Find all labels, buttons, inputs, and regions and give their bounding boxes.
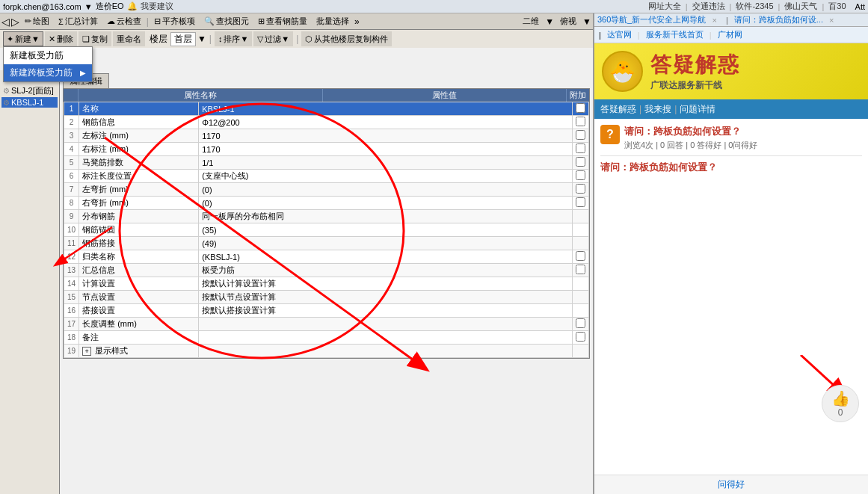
forward-btn[interactable]: ▷ [11,16,19,28]
table-row[interactable]: 16搭接设置按默认搭接设置计算 [64,304,589,318]
property-checkbox[interactable] [573,183,589,197]
batch-select-btn[interactable]: 批量选择 [313,14,353,29]
table-row[interactable]: 9分布钢筋同一板厚的分布筋相同 [64,210,589,223]
property-value[interactable]: (支座中心线) [199,170,573,183]
property-value[interactable] [199,318,573,331]
view-2d-btn[interactable]: 二维 [519,14,543,29]
checkbox-input[interactable] [576,103,585,113]
nav-link-software[interactable]: 软件-2345 [736,1,773,12]
tree-item-kbslj1[interactable]: ⚙ KBSLJ-1 [1,97,58,108]
property-checkbox[interactable] [573,223,589,237]
tree-item-slj2[interactable]: ⚙ SLJ-2[面筋] [1,84,58,97]
cloud-check-btn[interactable]: ☁ 云检查 [103,14,145,29]
brand-link-2[interactable]: 我来搜 [644,103,671,116]
property-checkbox[interactable] [573,345,589,358]
table-row[interactable]: 17长度调整 (mm) [64,318,589,331]
draw-btn[interactable]: ✏ 绘图 [21,14,53,29]
property-checkbox[interactable] [573,197,589,210]
property-checkbox[interactable] [573,156,589,170]
property-checkbox[interactable] [573,331,589,345]
checkbox-input[interactable] [576,197,585,207]
property-value[interactable] [199,345,573,358]
property-checkbox[interactable] [573,102,589,116]
more-tools-btn[interactable]: » [354,16,360,27]
checkbox-input[interactable] [576,318,585,328]
bottom-action-btn[interactable]: 问得好 [594,475,868,494]
property-value[interactable]: 按默认节点设置计算 [199,291,573,304]
table-row[interactable]: 11钢筋搭接(49) [64,237,589,250]
table-row[interactable]: 8右弯折 (mm)(0) [64,197,589,210]
property-checkbox[interactable] [573,264,589,277]
copy-from-floor-btn[interactable]: ⬡ 从其他楼层复制构件 [301,31,392,46]
property-checkbox[interactable] [573,318,589,331]
property-value[interactable]: (35) [199,223,573,237]
table-row[interactable]: 13汇总信息板受力筋 [64,264,589,277]
nav-link-wangzhi[interactable]: 网址大全 [648,1,681,12]
property-checkbox[interactable] [573,129,589,143]
table-row[interactable]: 1名称KBSLJ-1 [64,102,589,116]
nav-360[interactable]: 360导航_新一代安全上网导航 [597,14,706,25]
property-value[interactable]: Φ12@200 [199,116,573,129]
checkbox-input[interactable] [576,251,585,261]
like-button[interactable]: 👍 0 [822,385,859,422]
filter-btn[interactable]: ▽ 过滤▼ [253,31,293,46]
new-btn[interactable]: ✦ 新建▼ [3,31,43,46]
checkbox-input[interactable] [576,332,585,342]
checkbox-input[interactable] [576,265,585,274]
table-row[interactable]: 2钢筋信息Φ12@200 [64,116,589,129]
nav-link-weather[interactable]: 佛山天气 [784,1,817,12]
property-checkbox[interactable] [573,291,589,304]
property-value[interactable] [199,331,573,345]
property-value[interactable]: KBSLJ-1 [199,102,573,116]
nav-link-bai[interactable]: 百30 [828,1,846,12]
checkbox-input[interactable] [576,157,585,167]
sum-btn[interactable]: Σ 汇总计算 [55,14,102,29]
flatten-btn[interactable]: ⊟ 平齐板项 [150,14,199,29]
checkbox-input[interactable] [576,170,585,180]
new-board-rebar-item[interactable]: 新建板受力筋 [4,47,92,64]
view-rebar-btn[interactable]: ⊞ 查看钢筋量 [254,14,311,29]
suggestion-btn[interactable]: 我要建议 [141,1,173,12]
new-span-board-rebar-item[interactable]: 新建跨板受力筋 ▶ [4,64,92,81]
table-row[interactable]: 6标注长度位置(支座中心线) [64,170,589,183]
property-checkbox[interactable] [573,250,589,264]
back-btn[interactable]: ◁ [1,16,10,28]
table-row[interactable]: 15节点设置按默认节点设置计算 [64,291,589,304]
table-row[interactable]: 19+ 显示样式 [64,345,589,358]
view-3d-btn[interactable]: 俯视 [556,14,580,29]
property-checkbox[interactable] [573,237,589,250]
property-value[interactable]: (0) [199,197,573,210]
table-row[interactable]: 7左弯折 (mm)(0) [64,183,589,197]
rename-btn[interactable]: 重命名 [113,31,145,46]
brand-link-3[interactable]: 问题详情 [680,103,715,116]
table-row[interactable]: 10钢筋锚固(35) [64,223,589,237]
property-checkbox[interactable] [573,304,589,318]
sort-btn[interactable]: ↕ 排序▼ [215,31,252,46]
property-value[interactable]: 按默认计算设置计算 [199,277,573,291]
property-value[interactable]: 1170 [199,129,573,143]
property-value[interactable]: (0) [199,183,573,197]
property-value[interactable]: 1/1 [199,156,573,170]
floor-dropdown-icon[interactable]: ▼ [197,34,206,44]
property-checkbox[interactable] [573,210,589,223]
table-row[interactable]: 5马凳筋排数1/1 [64,156,589,170]
nav-link-traffic[interactable]: 交通违法 [692,1,725,12]
checkbox-input[interactable] [576,130,585,140]
table-row[interactable]: 18备注 [64,331,589,345]
table-row[interactable]: 12归类名称(KBSLJ-1) [64,250,589,264]
table-row[interactable]: 3左标注 (mm)1170 [64,129,589,143]
property-value[interactable]: 板受力筋 [199,264,573,277]
property-checkbox[interactable] [573,143,589,156]
checkbox-input[interactable] [576,184,585,194]
link-cailiao[interactable]: 广材网 [718,29,742,40]
property-value[interactable]: 同一板厚的分布筋相同 [199,210,573,223]
property-value[interactable]: (KBSLJ-1) [199,250,573,264]
checkbox-input[interactable] [576,117,585,126]
table-row[interactable]: 4右标注 (mm)1170 [64,143,589,156]
property-checkbox[interactable] [573,170,589,183]
property-value[interactable]: 按默认搭接设置计算 [199,304,573,318]
property-checkbox[interactable] [573,277,589,291]
bell-icon[interactable]: 🔔 [127,1,138,11]
nav-question[interactable]: 请问：跨板负筋如何设... [734,14,823,25]
copy-btn[interactable]: ❏ 复制 [79,31,111,46]
